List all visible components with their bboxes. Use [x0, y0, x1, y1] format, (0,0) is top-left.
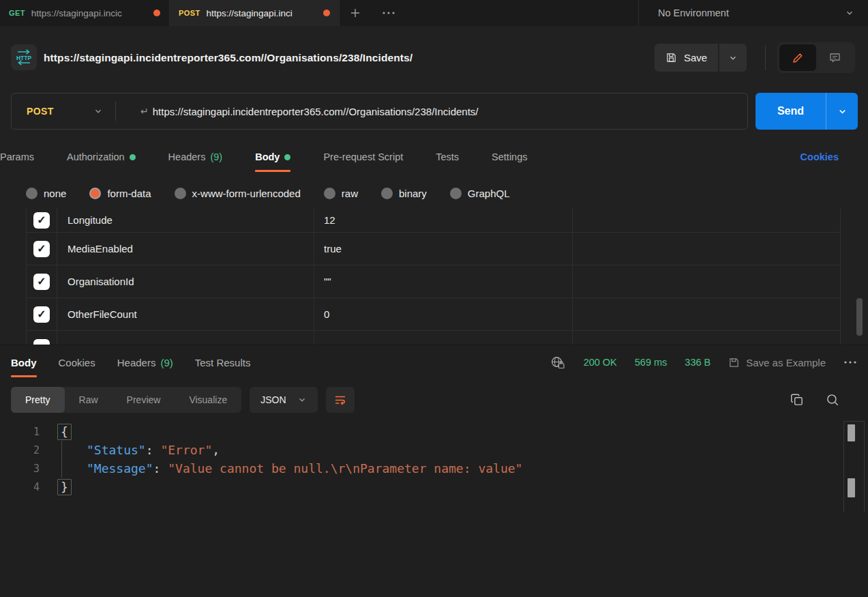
- radio-icon: [381, 188, 393, 199]
- tab-label: Pre-request Script: [323, 151, 403, 162]
- value-cell[interactable]: [314, 331, 573, 345]
- postman-window: GET https://stagingapi.incic POST https:…: [0, 0, 868, 597]
- url-text: https://stagingapi.incidentreporter365.c…: [153, 106, 479, 117]
- body-mode-graphql[interactable]: GraphQL: [450, 188, 510, 199]
- body-mode-none[interactable]: none: [26, 188, 66, 199]
- view-mode-raw[interactable]: Raw: [65, 387, 113, 413]
- response-tab-body[interactable]: Body: [11, 345, 37, 379]
- request-tab-post-active[interactable]: POST https://stagingapi.inci: [170, 0, 340, 26]
- response-options-icon[interactable]: [843, 360, 857, 364]
- tab-label: Body: [11, 357, 37, 368]
- language-selector[interactable]: JSON: [250, 387, 317, 413]
- view-mode-visualize[interactable]: Visualize: [175, 387, 241, 413]
- tab-label: Test Results: [195, 357, 251, 368]
- tab-body[interactable]: Body: [255, 140, 290, 174]
- send-options-caret[interactable]: [826, 93, 858, 130]
- edit-documentation-button[interactable]: [779, 44, 816, 71]
- value-cell[interactable]: true: [314, 233, 573, 265]
- method-selector[interactable]: POST: [12, 93, 115, 129]
- key-cell[interactable]: Longitude: [57, 208, 314, 232]
- tab-settings[interactable]: Settings: [492, 140, 527, 174]
- value-cell[interactable]: 12: [314, 208, 573, 232]
- table-row: ✓ OtherFileCount 0: [27, 298, 840, 331]
- row-checkbox[interactable]: ✓: [33, 212, 50, 229]
- new-tab-button[interactable]: [340, 0, 371, 26]
- mode-label: raw: [342, 188, 358, 199]
- save-button[interactable]: Save: [655, 44, 718, 72]
- tab-label: Cookies: [59, 357, 95, 368]
- key-cell[interactable]: MediaEnabled: [57, 233, 314, 265]
- tab-tests[interactable]: Tests: [436, 140, 459, 174]
- tab-url-text: https://stagingapi.incic: [31, 8, 147, 18]
- view-mode-pretty[interactable]: Pretty: [11, 387, 65, 413]
- key-cell[interactable]: [57, 331, 314, 345]
- save-as-example-button[interactable]: Save as Example: [728, 357, 826, 368]
- headers-count: (9): [160, 357, 173, 368]
- view-mode-segmented-control: Pretty Raw Preview Visualize: [11, 387, 241, 413]
- chevron-down-icon: [837, 106, 848, 117]
- cookies-link[interactable]: Cookies: [800, 140, 839, 174]
- tab-params[interactable]: Params: [0, 140, 34, 174]
- value-cell[interactable]: "": [314, 265, 573, 297]
- description-cell[interactable]: [573, 331, 840, 345]
- row-checkbox[interactable]: ✓: [33, 274, 50, 290]
- description-cell[interactable]: [573, 233, 840, 265]
- view-mode-preview[interactable]: Preview: [113, 387, 175, 413]
- response-time[interactable]: 569 ms: [635, 357, 668, 368]
- body-mode-binary[interactable]: binary: [381, 188, 427, 199]
- tab-label: Headers: [168, 151, 206, 162]
- request-tab-get[interactable]: GET https://stagingapi.incic: [0, 0, 170, 26]
- plus-icon: [349, 7, 361, 19]
- row-checkbox-cell: ✓: [27, 208, 57, 232]
- key-cell[interactable]: OtherFileCount: [57, 298, 314, 330]
- status-badge[interactable]: 200 OK: [584, 357, 617, 368]
- row-checkbox[interactable]: ✓: [33, 306, 50, 323]
- value-cell[interactable]: 0: [314, 298, 573, 330]
- save-options-caret[interactable]: [719, 44, 747, 72]
- key-cell[interactable]: OrganisationId: [57, 265, 314, 297]
- method-selected-value: POST: [27, 106, 54, 117]
- comments-button[interactable]: [816, 44, 853, 71]
- tab-label: Params: [0, 151, 34, 162]
- tab-headers[interactable]: Headers (9): [168, 140, 223, 174]
- json-string-value: "Value cannot be null.\r\nParameter name…: [168, 461, 522, 476]
- wrap-lines-button[interactable]: [326, 387, 355, 413]
- body-mode-form-data[interactable]: form-data: [89, 188, 151, 199]
- tab-label: Tests: [436, 151, 459, 162]
- response-tab-cookies[interactable]: Cookies: [59, 345, 95, 379]
- environment-selector[interactable]: No Environment: [638, 0, 868, 26]
- response-tab-headers[interactable]: Headers (9): [117, 345, 173, 379]
- table-scrollbar-thumb[interactable]: [856, 298, 863, 336]
- radio-icon: [450, 188, 462, 199]
- copy-response-button[interactable]: [790, 392, 805, 407]
- fold-toggle[interactable]: }: [57, 479, 72, 495]
- http-request-icon: HTTP: [11, 44, 37, 70]
- table-row: ✓ MediaEnabled true: [27, 233, 840, 265]
- table-row-clipped: [27, 331, 840, 345]
- description-cell[interactable]: [573, 298, 840, 330]
- request-url-bar: POST ↵ https://stagingapi.incidentreport…: [11, 93, 748, 130]
- row-checkbox[interactable]: [33, 339, 50, 345]
- body-mode-x-www-form-urlencoded[interactable]: x-www-form-urlencoded: [175, 188, 301, 199]
- response-size[interactable]: 336 B: [685, 357, 710, 368]
- response-tab-test-results[interactable]: Test Results: [195, 345, 251, 379]
- url-input[interactable]: ↵ https://stagingapi.incidentreporter365…: [116, 106, 479, 117]
- request-tabs-row: Params Authorization Headers (9) Body Pr…: [0, 140, 868, 174]
- row-checkbox[interactable]: ✓: [33, 241, 50, 257]
- description-cell[interactable]: [573, 208, 840, 232]
- tab-options-button[interactable]: [371, 0, 406, 26]
- fold-toggle[interactable]: {: [57, 424, 72, 440]
- description-cell[interactable]: [573, 265, 840, 297]
- documentation-comment-group: [777, 42, 855, 73]
- code-scrollbar-mark[interactable]: [848, 424, 855, 441]
- body-mode-raw[interactable]: raw: [324, 188, 358, 199]
- indent-guide: [61, 441, 62, 478]
- radio-icon: [175, 188, 186, 199]
- tab-authorization[interactable]: Authorization: [67, 140, 136, 174]
- response-body-json[interactable]: 1 { 2 "Status": "Error", 3 "Message": "V…: [0, 422, 843, 496]
- tab-pre-request-script[interactable]: Pre-request Script: [323, 140, 403, 174]
- search-response-button[interactable]: [825, 392, 840, 407]
- radio-selected-icon: [89, 188, 101, 199]
- code-scrollbar-mark[interactable]: [848, 478, 855, 497]
- send-button[interactable]: Send: [755, 93, 826, 130]
